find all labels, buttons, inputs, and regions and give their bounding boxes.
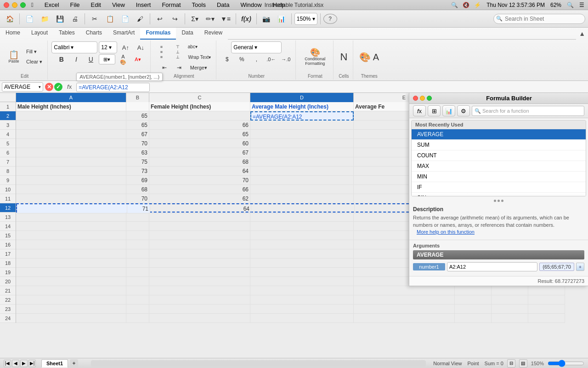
cell-A24[interactable] [16,314,126,323]
cell-C20[interactable] [149,277,250,286]
cell-C14[interactable] [149,222,250,231]
cell-A7[interactable] [16,157,126,167]
cell-A10[interactable] [16,185,126,194]
cell-C9[interactable]: 70 [149,176,250,185]
conditional-formatting-btn[interactable]: 🎨 ConditionalFormatting [301,46,328,68]
cell-E24[interactable] [354,314,455,323]
cell-D11[interactable] [250,194,354,203]
cell-C8[interactable]: 64 [149,167,250,176]
cell-D4[interactable] [250,130,354,139]
cell-D7[interactable] [250,157,354,167]
row-header-2[interactable]: 2 [0,111,16,121]
indent-increase-btn[interactable]: ⇥ [172,63,186,72]
cell-D22[interactable] [250,295,354,305]
cell-F23[interactable] [455,305,492,314]
cell-B17[interactable] [126,249,149,259]
horizontal-scrollbar[interactable] [91,360,426,367]
cut-button[interactable]: ✂ [88,12,102,26]
highlight-btn[interactable]: A🎨 [116,54,130,64]
paste-button[interactable]: 📄 [118,12,132,26]
notification-icon[interactable]: ☰ [579,2,584,8]
underline-btn[interactable]: U [84,54,98,64]
fb-close-btn[interactable] [413,96,418,101]
bold-btn[interactable]: B [55,54,68,64]
cell-B21[interactable] [126,286,149,295]
row-header-3[interactable]: 3 [0,121,16,130]
cell-A9[interactable] [16,176,126,185]
cell-D1[interactable]: Average Male Height (Inches) [250,102,354,111]
cell-B11[interactable]: 70 [126,194,149,203]
cell-B22[interactable] [126,295,149,305]
cell-B12[interactable]: 71 [127,204,150,213]
row-header-24[interactable]: 24 [0,314,16,323]
tab-review[interactable]: Review [199,28,228,40]
align-bottom-btn[interactable]: ⊥ [171,55,185,59]
cell-B9[interactable]: 69 [126,176,149,185]
number-format-dropdown[interactable]: General ▾ [231,41,282,53]
chart-button[interactable]: 📊 [275,12,288,26]
help-button[interactable]: ? [323,14,337,24]
cell-G21[interactable] [492,286,528,295]
tools-menu[interactable]: Tools [190,1,208,9]
formula-input[interactable] [76,83,150,92]
cell-B23[interactable] [126,305,149,314]
apple-menu[interactable]:  [29,1,35,9]
cell-E21[interactable] [354,286,455,295]
cell-A2[interactable] [16,111,126,121]
cell-C19[interactable] [149,268,250,277]
comma-btn[interactable]: , [249,54,263,64]
cell-A22[interactable] [16,295,126,305]
filter-button[interactable]: ▼≡ [218,12,233,26]
cell-C21[interactable] [149,286,250,295]
increase-decimal-btn[interactable]: →.0 [279,54,293,64]
row-header-9[interactable]: 9 [0,176,16,185]
row-header-13[interactable]: 13 [0,213,16,222]
cell-C11[interactable]: 62 [149,194,250,203]
cell-A6[interactable] [16,148,126,157]
formula-function-icon[interactable]: fx [64,83,74,90]
close-button[interactable] [4,2,9,8]
formula-button[interactable]: f(x) [239,12,254,26]
new-button[interactable]: 📄 [23,12,36,26]
font-name-dropdown[interactable]: Calibri ▾ [51,41,97,53]
sheet-nav-prev[interactable]: ◀ [12,360,19,367]
window-controls[interactable] [4,2,26,8]
undo-button[interactable]: ↩ [153,12,167,26]
sheet-tab-1[interactable]: Sheet1 [41,359,68,368]
cell-F24[interactable] [455,314,492,323]
cell-H23[interactable] [528,305,565,314]
cell-D6[interactable] [250,148,354,157]
row-header-11[interactable]: 11 [0,194,16,203]
cell-B5[interactable]: 70 [126,139,149,148]
cell-B13[interactable] [126,213,149,222]
cell-C15[interactable] [149,231,250,240]
fb-function-count[interactable]: COUNT [412,150,586,161]
menu-bar[interactable]:  Excel File Edit View Insert Format Too… [29,1,287,9]
cell-D23[interactable] [250,305,354,314]
autosum-button[interactable]: Σ▾ [188,12,202,26]
tab-data[interactable]: Data [176,28,198,40]
cell-C5[interactable]: 60 [149,139,250,148]
camera-button[interactable]: 📷 [260,12,273,26]
cell-A13[interactable] [16,213,126,222]
fb-function-average[interactable]: AVERAGE [412,129,586,140]
fb-chart-icon[interactable]: 📊 [442,105,455,116]
fb-maximize-btn[interactable] [427,96,432,101]
copy-button[interactable]: 📋 [103,12,117,26]
col-header-b[interactable]: B [126,93,149,102]
cell-C1[interactable]: Female Height (Inches) [149,102,250,111]
sheet-nav-next[interactable]: ▶ [20,360,28,367]
row-header-15[interactable]: 15 [0,231,16,240]
save-button[interactable]: 💾 [53,12,67,26]
col-header-c[interactable]: C [149,93,250,102]
add-sheet-btn[interactable]: + [70,359,78,368]
cell-D8[interactable] [250,167,354,176]
cell-B19[interactable] [126,268,149,277]
cell-C10[interactable]: 66 [149,185,250,194]
cell-G22[interactable] [492,295,528,305]
percent-btn[interactable]: % [235,54,249,64]
home-icon[interactable]: 🏠 [3,12,17,26]
cell-H21[interactable] [528,286,565,295]
search-sheet-input[interactable] [493,14,585,24]
wrap-text-btn[interactable]: Wrap Text▾ [186,52,213,62]
